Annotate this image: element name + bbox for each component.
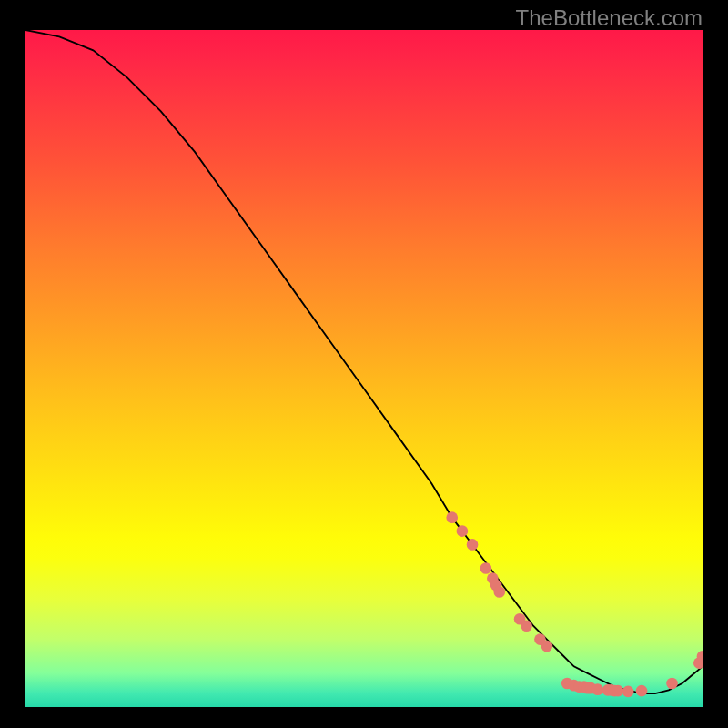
data-marker xyxy=(480,562,492,574)
data-marker xyxy=(457,525,469,537)
data-markers xyxy=(446,511,703,697)
plot-area xyxy=(25,30,703,707)
data-marker xyxy=(666,678,678,690)
chart-container: TheBottleneck.com xyxy=(0,0,728,728)
data-marker xyxy=(493,586,505,598)
data-marker xyxy=(467,539,479,551)
chart-svg xyxy=(25,30,703,707)
data-marker xyxy=(541,641,553,652)
data-marker xyxy=(446,511,458,523)
data-marker xyxy=(521,620,532,632)
data-marker xyxy=(622,686,634,698)
data-marker xyxy=(612,685,624,697)
data-marker xyxy=(636,685,648,697)
bottleneck-curve xyxy=(25,30,703,693)
watermark-text: TheBottleneck.com xyxy=(516,5,703,31)
data-marker xyxy=(592,683,603,695)
